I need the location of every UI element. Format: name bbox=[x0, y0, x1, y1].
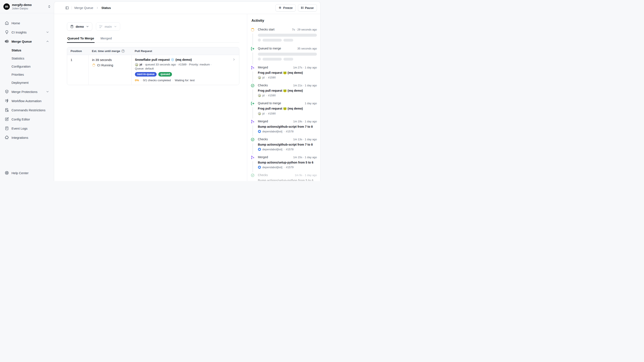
activity-pr-number[interactable]: #1578 bbox=[286, 148, 294, 151]
sidebar-item-priorities[interactable]: Priorities bbox=[2, 71, 51, 78]
activity-item: Checks 1m 21s · 1 day ago Frog pull requ… bbox=[250, 84, 317, 102]
repository-icon bbox=[70, 25, 74, 28]
queue-table-header: Position Est. time until merge ? Pull Re… bbox=[67, 47, 239, 55]
sidebar-item-config-editor[interactable]: Config Editor bbox=[2, 115, 51, 123]
activity-event-title: Queued to merge bbox=[258, 102, 281, 105]
freeze-button[interactable]: ❄ Freeze bbox=[275, 4, 296, 12]
activity-pr-title[interactable]: Frog pull request 🐸 (mq demo) bbox=[258, 71, 317, 75]
git-merge-icon bbox=[250, 120, 255, 124]
sidebar-item-ci-insights[interactable]: CI Insights bbox=[2, 28, 51, 36]
dot-separator: · bbox=[266, 112, 266, 115]
activity-pr-number[interactable]: #1578 bbox=[286, 130, 294, 133]
queue-enter-icon bbox=[250, 47, 255, 51]
table-row[interactable]: 1 in 39 seconds CI Running Snowflake pul… bbox=[67, 55, 239, 85]
topbar: Merge Queue Status ❄ Freeze Pause bbox=[54, 2, 320, 14]
breadcrumb-merge-queue[interactable]: Merge Queue bbox=[74, 6, 93, 10]
branch-select[interactable]: main bbox=[96, 22, 120, 31]
home-icon bbox=[5, 21, 9, 25]
activity-item: Merged 1m 27s · 1 day ago Frog pull requ… bbox=[250, 66, 317, 84]
waiting-for: Waiting for: test bbox=[175, 79, 194, 82]
activity-pr-title[interactable]: Bump actions/setup-python from 5 to 6 bbox=[258, 161, 317, 164]
activity-event-time: 1 day ago bbox=[305, 102, 317, 105]
activity-event-title: Checks bbox=[258, 173, 268, 177]
activity-pr-author: jd bbox=[262, 112, 264, 115]
activity-pr-title[interactable]: Frog pull request 🐸 (mq demo) bbox=[258, 89, 317, 93]
pr-title[interactable]: Snowflake pull request ❄️ (mq demo) bbox=[135, 58, 192, 62]
pr-author[interactable]: jd bbox=[140, 63, 142, 66]
breadcrumb-status: Status bbox=[102, 6, 111, 10]
sidebar-item-merge-queue[interactable]: Merge Queue bbox=[2, 37, 51, 46]
sidebar-item-integrations[interactable]: Integrations bbox=[2, 133, 51, 142]
checks-progress: 0% bbox=[135, 79, 139, 82]
sidebar-item-label: Config Editor bbox=[12, 118, 30, 121]
sidebar-item-label: Configuration bbox=[12, 65, 30, 68]
breadcrumb-chevron-icon bbox=[96, 7, 99, 9]
avatar bbox=[258, 94, 261, 97]
chevron-right-icon[interactable] bbox=[232, 58, 236, 61]
activity-event-time: 35 seconds ago bbox=[297, 47, 317, 50]
eta-value: in 39 seconds bbox=[92, 58, 128, 62]
activity-pr-number[interactable]: #1590 bbox=[268, 112, 276, 115]
org-owner: Julien Danjou bbox=[12, 7, 46, 10]
checks-completed: 0/1 checks completed bbox=[143, 79, 171, 82]
activity-title: Activity bbox=[252, 19, 317, 23]
sidebar-item-commands-restrictions[interactable]: Commands Restrictions bbox=[2, 106, 51, 114]
dot-separator: · bbox=[284, 130, 284, 133]
column-pull-request: Pull Request bbox=[131, 47, 239, 55]
activity-pr-title[interactable]: Frog pull request 🐸 (mq demo) bbox=[258, 107, 317, 110]
activity-event-title: Merged bbox=[258, 120, 268, 123]
branch-select-value: main bbox=[105, 25, 112, 28]
sidebar-item-configuration[interactable]: Configuration bbox=[2, 63, 51, 70]
help-center-link[interactable]: Help Center bbox=[2, 169, 51, 177]
check-circle-icon bbox=[250, 138, 255, 142]
repository-select[interactable]: demo bbox=[67, 22, 92, 31]
sidebar-item-label: Merge Queue bbox=[12, 40, 32, 43]
repository-select-value: demo bbox=[76, 25, 84, 28]
position-value: 1 bbox=[67, 55, 88, 85]
activity-pr-number[interactable]: #1590 bbox=[268, 94, 276, 97]
activity-event-title: Merged bbox=[258, 66, 268, 69]
activity-pr-title[interactable]: Bump actions/github-script from 7 to 8 bbox=[258, 143, 317, 146]
shield-check-icon bbox=[5, 90, 9, 94]
sidebar-item-label: CI Insights bbox=[12, 31, 27, 34]
activity-pr-author: jd bbox=[262, 76, 264, 79]
workflow-lightning-icon bbox=[5, 99, 9, 103]
activity-item: Queued to merge 35 seconds ago bbox=[250, 47, 317, 66]
activity-pr-number[interactable]: #1579 bbox=[286, 166, 294, 169]
help-center-label: Help Center bbox=[12, 171, 28, 175]
sidebar-item-deployment[interactable]: Deployment bbox=[2, 79, 51, 86]
check-circle-icon bbox=[250, 173, 255, 178]
sidebar-item-label: Statistics bbox=[12, 57, 24, 60]
activity-pr-number[interactable]: #1590 bbox=[268, 76, 276, 79]
pause-button[interactable]: Pause bbox=[298, 4, 317, 12]
sidebar-item-home[interactable]: Home bbox=[2, 19, 51, 27]
activity-pr-author: jd bbox=[262, 94, 264, 97]
sidebar-item-label: Integrations bbox=[12, 136, 28, 139]
git-branch-icon bbox=[99, 25, 103, 28]
sidebar-item-statistics[interactable]: Statistics bbox=[2, 55, 51, 62]
sidebar-item-workflow-automation[interactable]: Workflow Automation bbox=[2, 97, 51, 105]
org-switcher[interactable]: m mergify-demo Julien Danjou bbox=[0, 0, 54, 13]
tab-merged[interactable]: Merged bbox=[100, 37, 112, 43]
activity-pr-title[interactable]: Bump actions/setup-python from 5 to 6 bbox=[258, 178, 317, 181]
label-next-in-queue: next-in-queue bbox=[135, 72, 157, 77]
skeleton-bar bbox=[262, 39, 282, 42]
tab-queued-to-merge[interactable]: Queued To Merge bbox=[67, 37, 94, 43]
help-circle-icon[interactable]: ? bbox=[122, 50, 125, 53]
chevron-up-icon bbox=[46, 40, 49, 43]
sidebar-item-label: Deployment bbox=[12, 81, 28, 84]
skeleton-avatar bbox=[258, 39, 261, 42]
snowflake-icon: ❄ bbox=[278, 6, 281, 10]
activity-pr-title[interactable]: Bump actions/github-script from 7 to 8 bbox=[258, 125, 317, 129]
sidebar-toggle-icon[interactable] bbox=[65, 6, 69, 10]
sidebar-item-event-logs[interactable]: Event Logs bbox=[2, 124, 51, 132]
pr-queue-name: Queue: default bbox=[135, 67, 236, 70]
chevron-up-down-icon bbox=[48, 5, 51, 8]
activity-item: Merged 1m 19s · 1 day ago Bump actions/g… bbox=[250, 120, 317, 138]
sidebar-item-merge-protections[interactable]: Merge Protections bbox=[2, 88, 51, 96]
sidebar-item-status[interactable]: Status bbox=[2, 47, 51, 54]
queue-main: demo main Queued To Merge M bbox=[54, 14, 247, 181]
skeleton-bar bbox=[284, 39, 293, 42]
activity-event-time: 1m 21s · 1 day ago bbox=[293, 84, 317, 87]
sidebar-item-label: Commands Restrictions bbox=[12, 108, 46, 112]
